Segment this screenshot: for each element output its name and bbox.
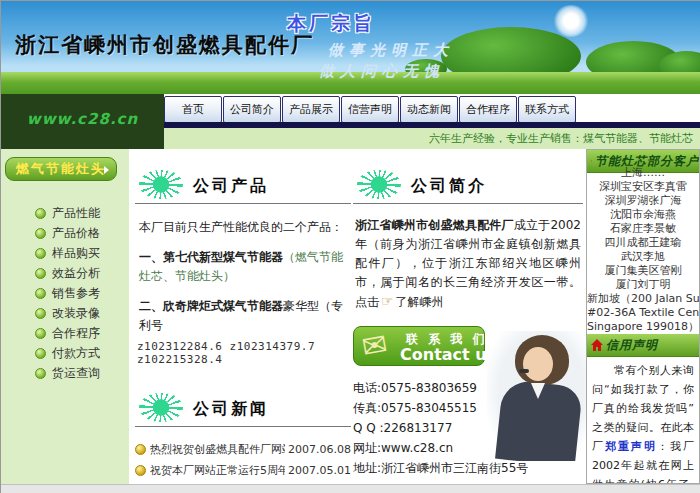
nav-home[interactable]: 首页 xyxy=(164,96,222,123)
learn-shengzhou-link[interactable]: 了解嵊州 xyxy=(396,295,444,309)
sidebar-item-cooperation[interactable]: 合作程序 xyxy=(1,323,129,343)
customer-item: 深圳宝安区李真雷 xyxy=(587,180,699,194)
nav-company-profile[interactable]: 公司简介 xyxy=(223,96,281,123)
customer-item: 厦门刘丁明 xyxy=(587,278,699,292)
experience-slogan: 六年生产经验，专业生产销售：煤气节能器、节能灶芯 xyxy=(164,128,700,149)
customer-item: 新加坡（200 Jalan Sultan xyxy=(587,292,699,306)
main-nav: 首页 公司简介 产品展示 信营声明 动态新闻 合作程序 联系方式 xyxy=(164,96,700,122)
bullet-icon xyxy=(135,444,146,455)
bullet-icon xyxy=(35,248,46,259)
starburst-icon xyxy=(357,170,401,199)
sidebar-item-label: 效益分析 xyxy=(52,265,100,282)
bottom-strip xyxy=(1,484,700,493)
sidebar-item-label: 货运查询 xyxy=(52,365,100,382)
sidebar-item-modification-video[interactable]: 改装录像 xyxy=(1,303,129,323)
customer-item: Singapore 199018）傅国祥 xyxy=(587,320,699,334)
contact-address: 地址:浙江省嵊州市三江南街55号 xyxy=(353,458,583,478)
bullet-icon xyxy=(35,328,46,339)
motto-line-2: 做人问心无愧 xyxy=(319,62,445,81)
customer-item: #02-36A Textile Centre xyxy=(587,306,699,320)
bullet-icon xyxy=(35,208,46,219)
customer-item: 沈阳市余海燕 xyxy=(587,208,699,222)
agent-face xyxy=(523,347,553,381)
nav-products[interactable]: 产品展示 xyxy=(282,96,340,123)
sidebar-item-label: 销售参考 xyxy=(52,285,100,302)
sidebar-item-payment[interactable]: 付款方式 xyxy=(1,343,129,363)
product-1-name: 一、第七代新型煤气节能器 xyxy=(139,250,283,264)
sidebar-item-label: 产品性能 xyxy=(52,205,100,222)
arrow-right-icon xyxy=(104,166,109,174)
customer-marquee: 上海…… 深圳宝安区李真雷 深圳罗湖张广海 沈阳市余海燕 石家庄李景敏 四川成都… xyxy=(587,166,699,334)
motto-line-1: 做事光明正大 xyxy=(328,41,454,60)
nav-news[interactable]: 动态新闻 xyxy=(400,96,458,123)
patent-numbers: z102312284.6 z102314379.7 z102215328.4 xyxy=(137,340,351,366)
left-column: 公司产品 本厂目前只生产性能优良的二个产品： 一、第七代新型煤气节能器（燃气节能… xyxy=(135,149,351,493)
pointing-finger-icon: ☞ xyxy=(381,293,394,309)
starburst-icon xyxy=(139,170,183,199)
about-section-header: 公司简介 xyxy=(353,169,583,204)
about-paragraph: 浙江省嵊州市创盛燃具配件厂成立于2002年（前身为浙江省嵊州市金庭镇创新燃具配件… xyxy=(355,216,581,312)
main-content: 公司产品 本厂目前只生产性能优良的二个产品： 一、第七代新型煤气节能器（燃气节能… xyxy=(129,149,586,484)
sidebar-item-sample-purchase[interactable]: 样品购买 xyxy=(1,243,129,263)
nav-contact[interactable]: 联系方式 xyxy=(518,96,576,123)
bullet-icon xyxy=(135,465,146,476)
sidebar-item-benefit-analysis[interactable]: 效益分析 xyxy=(1,263,129,283)
lotus-photo: www.c28.cn xyxy=(1,94,164,149)
news-item[interactable]: 热烈祝贺创盛燃具配件厂网站全新改版2007.06.08 xyxy=(135,439,351,460)
nav-cooperation[interactable]: 合作程序 xyxy=(459,96,517,123)
headset-mic xyxy=(519,369,529,373)
envelope-icon: ✉ xyxy=(359,325,390,367)
credit-heading: 信用声明 xyxy=(606,337,658,354)
starburst-icon xyxy=(139,393,183,422)
sidebar-item-label: 合作程序 xyxy=(52,325,100,342)
contact-us-button[interactable]: ✉ 联 系 我 们 Contact us xyxy=(353,326,485,366)
products-intro: 本厂目前只生产性能优良的二个产品： xyxy=(139,218,351,237)
news-title: 祝贺本厂网站正常运行5周年 xyxy=(150,463,285,478)
site-title: 浙江省嵊州市创盛燃具配件厂 xyxy=(15,31,314,59)
sidebar-title-label: 燃气节能灶头 xyxy=(16,161,106,176)
page: 浙江省嵊州市创盛燃具配件厂 本厂宗旨 做事光明正大 做人问心无愧 www.c28… xyxy=(0,0,700,493)
right-sidebar: 节能灶芯部分客户 上海…… 深圳宝安区李真雷 深圳罗湖张广海 沈阳市余海燕 石家… xyxy=(586,149,700,484)
left-sidebar: 燃气节能灶头 产品性能 产品价格 样品购买 效益分析 销售参考 改装录像 合作程… xyxy=(1,149,129,484)
house-icon xyxy=(591,339,603,351)
company-name-bold: 浙江省嵊州市创盛燃具配件厂 xyxy=(355,218,514,232)
products-section-header: 公司产品 xyxy=(135,169,351,204)
support-agent-photo xyxy=(487,331,586,461)
sidebar-item-freight-inquiry[interactable]: 货运查询 xyxy=(1,363,129,383)
sidebar-item-product-price[interactable]: 产品价格 xyxy=(1,223,129,243)
product-2-name: 二、欣奇牌炬式煤气节能器 xyxy=(139,299,283,313)
news-heading: 公司新闻 xyxy=(193,399,269,420)
nav-credit-statement[interactable]: 信营声明 xyxy=(341,96,399,123)
sidebar-item-sales-reference[interactable]: 销售参考 xyxy=(1,283,129,303)
watermark-url: www.c28.cn xyxy=(1,110,164,128)
sidebar-menu: 产品性能 产品价格 样品购买 效益分析 销售参考 改装录像 合作程序 付款方式 … xyxy=(1,203,129,383)
sidebar-item-label: 付款方式 xyxy=(52,345,100,362)
sidebar-item-label: 改装录像 xyxy=(52,305,100,322)
news-date: 2007.06.08 xyxy=(288,443,351,456)
contact-button-en-label: Contact us xyxy=(400,345,496,364)
customer-item: 四川成都王建瑜 xyxy=(587,236,699,250)
bullet-icon xyxy=(35,348,46,359)
customer-item: 石家庄李景敏 xyxy=(587,222,699,236)
bullet-icon xyxy=(35,308,46,319)
news-date: 2007.05.01 xyxy=(288,464,351,477)
sidebar-item-label: 样品购买 xyxy=(52,245,100,262)
customer-item: 武汉李旭 xyxy=(587,250,699,264)
bullet-icon xyxy=(35,368,46,379)
motto-title: 本厂宗旨 xyxy=(287,11,375,37)
house-icon xyxy=(591,155,592,167)
about-heading: 公司简介 xyxy=(411,176,487,197)
sidebar-title-button[interactable]: 燃气节能灶头 xyxy=(5,157,117,181)
customer-item: 厦门集美区管刚 xyxy=(587,264,699,278)
news-item[interactable]: 祝贺本厂网站正常运行5周年2007.05.01 xyxy=(135,460,351,481)
bullet-icon xyxy=(35,288,46,299)
bullet-icon xyxy=(35,228,46,239)
credit-statement-text: 常有个别人来询问“如我打款了，你厂真的给我发货吗”之类的疑问。在此本厂郑重声明：… xyxy=(587,357,699,484)
header-banner: 浙江省嵊州市创盛燃具配件厂 本厂宗旨 做事光明正大 做人问心无愧 xyxy=(1,1,700,94)
sidebar-item-product-performance[interactable]: 产品性能 xyxy=(1,203,129,223)
news-section-header: 公司新闻 xyxy=(135,392,351,427)
sidebar-item-label: 产品价格 xyxy=(52,225,100,242)
product-item-1: 一、第七代新型煤气节能器（燃气节能灶芯、节能灶头） xyxy=(139,248,351,286)
news-title: 热烈祝贺创盛燃具配件厂网站全新改版 xyxy=(150,442,285,457)
products-heading: 公司产品 xyxy=(193,176,269,197)
